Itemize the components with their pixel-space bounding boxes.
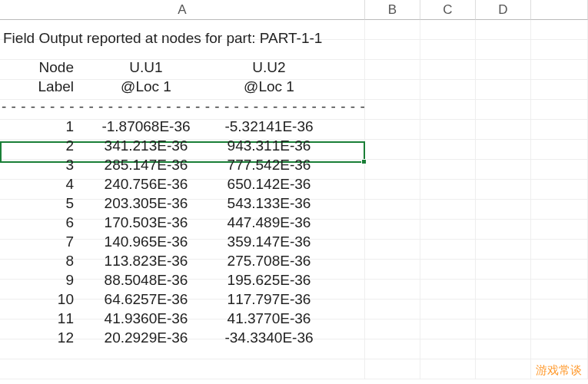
grid-cell[interactable] bbox=[531, 260, 588, 280]
grid-cell[interactable] bbox=[420, 339, 476, 359]
grid-cell[interactable] bbox=[365, 80, 420, 100]
grid-cell[interactable] bbox=[531, 339, 588, 359]
grid-cell[interactable] bbox=[531, 60, 588, 80]
node-label: 9 bbox=[0, 273, 85, 287]
grid-cell[interactable] bbox=[476, 160, 531, 180]
value-u1: 285.147E-36 bbox=[85, 157, 208, 172]
grid-cell[interactable] bbox=[420, 359, 476, 379]
grid-cell[interactable] bbox=[420, 280, 476, 300]
grid-cell[interactable] bbox=[476, 339, 531, 359]
grid-cell[interactable] bbox=[476, 280, 531, 300]
value-u2: 650.142E-36 bbox=[208, 177, 331, 191]
node-label: 8 bbox=[0, 253, 85, 268]
grid-cell[interactable] bbox=[420, 319, 476, 339]
grid-cell[interactable] bbox=[531, 300, 588, 319]
grid-cell[interactable] bbox=[420, 160, 476, 180]
header-label: Label bbox=[0, 79, 85, 94]
grid-cell[interactable] bbox=[420, 140, 476, 160]
grid-cell[interactable] bbox=[531, 80, 588, 100]
grid-cell[interactable] bbox=[531, 40, 588, 60]
grid-cell[interactable] bbox=[531, 20, 588, 40]
column-header-blank[interactable] bbox=[531, 0, 588, 20]
grid-cell[interactable] bbox=[476, 240, 531, 260]
node-label: 12 bbox=[0, 330, 85, 345]
grid-cell[interactable] bbox=[365, 140, 420, 160]
grid-cell[interactable] bbox=[476, 319, 531, 339]
grid-cell[interactable] bbox=[420, 80, 476, 100]
grid-cell[interactable] bbox=[476, 20, 531, 40]
value-u2: 777.542E-36 bbox=[208, 157, 331, 172]
grid-cell[interactable] bbox=[365, 60, 420, 80]
grid-cell[interactable] bbox=[476, 80, 531, 100]
grid-cell[interactable] bbox=[531, 140, 588, 160]
column-header-D[interactable]: D bbox=[476, 0, 531, 20]
grid-cell[interactable] bbox=[476, 40, 531, 60]
grid-cell[interactable] bbox=[365, 260, 420, 280]
grid-cell[interactable] bbox=[365, 180, 420, 200]
grid-cell[interactable] bbox=[420, 60, 476, 80]
grid-cell[interactable] bbox=[0, 359, 365, 379]
grid-cell[interactable] bbox=[531, 180, 588, 200]
separator-line: - - - - - - - - - - - - - - - - - - - - … bbox=[0, 96, 365, 117]
grid-cell[interactable] bbox=[420, 240, 476, 260]
node-label: 3 bbox=[0, 157, 85, 172]
column-headers-line1: Node U.U1 U.U2 bbox=[0, 58, 365, 77]
grid-cell[interactable] bbox=[365, 220, 420, 240]
value-u1: 64.6257E-36 bbox=[85, 292, 208, 306]
grid-cell[interactable] bbox=[531, 200, 588, 220]
grid-cell[interactable] bbox=[365, 100, 420, 120]
grid-cell[interactable] bbox=[476, 120, 531, 140]
data-row: 3285.147E-36777.542E-36 bbox=[0, 155, 365, 174]
grid-cell[interactable] bbox=[420, 300, 476, 319]
grid-cell[interactable] bbox=[420, 260, 476, 280]
grid-cell[interactable] bbox=[365, 319, 420, 339]
grid-cell[interactable] bbox=[420, 100, 476, 120]
grid-cell[interactable] bbox=[365, 240, 420, 260]
grid-cell[interactable] bbox=[531, 280, 588, 300]
data-row: 1-1.87068E-36-5.32141E-36 bbox=[0, 117, 365, 136]
grid-cell[interactable] bbox=[365, 40, 420, 60]
grid-cell[interactable] bbox=[365, 339, 420, 359]
grid-cell[interactable] bbox=[476, 200, 531, 220]
header-node: Node bbox=[0, 60, 85, 74]
grid-cell[interactable] bbox=[420, 40, 476, 60]
grid-cell[interactable] bbox=[476, 100, 531, 120]
grid-cell[interactable] bbox=[531, 120, 588, 140]
grid-cell[interactable] bbox=[476, 60, 531, 80]
grid-cell[interactable] bbox=[531, 319, 588, 339]
grid-cell[interactable] bbox=[420, 200, 476, 220]
cell-content-area[interactable]: Field Output reported at nodes for part:… bbox=[0, 20, 365, 347]
grid-cell[interactable] bbox=[531, 100, 588, 120]
grid-cell[interactable] bbox=[531, 220, 588, 240]
column-header-A[interactable]: A bbox=[0, 0, 365, 20]
grid-cell[interactable] bbox=[420, 20, 476, 40]
grid-cell[interactable] bbox=[365, 300, 420, 319]
grid-cell[interactable] bbox=[531, 240, 588, 260]
grid-cell[interactable] bbox=[365, 280, 420, 300]
grid-cell[interactable] bbox=[476, 260, 531, 280]
grid-cell[interactable] bbox=[365, 359, 420, 379]
grid-cell[interactable] bbox=[476, 180, 531, 200]
grid-cell[interactable] bbox=[365, 200, 420, 220]
grid-cell[interactable] bbox=[420, 120, 476, 140]
column-header-C[interactable]: C bbox=[420, 0, 476, 20]
data-row: 6170.503E-36447.489E-36 bbox=[0, 213, 365, 232]
data-row: 5203.305E-36543.133E-36 bbox=[0, 194, 365, 213]
column-header-B[interactable]: B bbox=[365, 0, 420, 20]
node-label: 5 bbox=[0, 196, 85, 210]
grid-cell[interactable] bbox=[531, 160, 588, 180]
node-label: 4 bbox=[0, 177, 85, 191]
value-u2: 359.147E-36 bbox=[208, 234, 331, 249]
grid-cell[interactable] bbox=[476, 140, 531, 160]
grid-cell[interactable] bbox=[420, 180, 476, 200]
grid-cell[interactable] bbox=[476, 220, 531, 240]
grid-cell[interactable] bbox=[476, 359, 531, 379]
grid-cell[interactable] bbox=[420, 220, 476, 240]
value-u2: -5.32141E-36 bbox=[208, 119, 331, 134]
grid-cell[interactable] bbox=[365, 120, 420, 140]
value-u1: 41.9360E-36 bbox=[85, 311, 208, 326]
grid-cell[interactable] bbox=[365, 160, 420, 180]
value-u1: 341.213E-36 bbox=[85, 138, 208, 153]
grid-cell[interactable] bbox=[365, 20, 420, 40]
grid-cell[interactable] bbox=[476, 300, 531, 319]
